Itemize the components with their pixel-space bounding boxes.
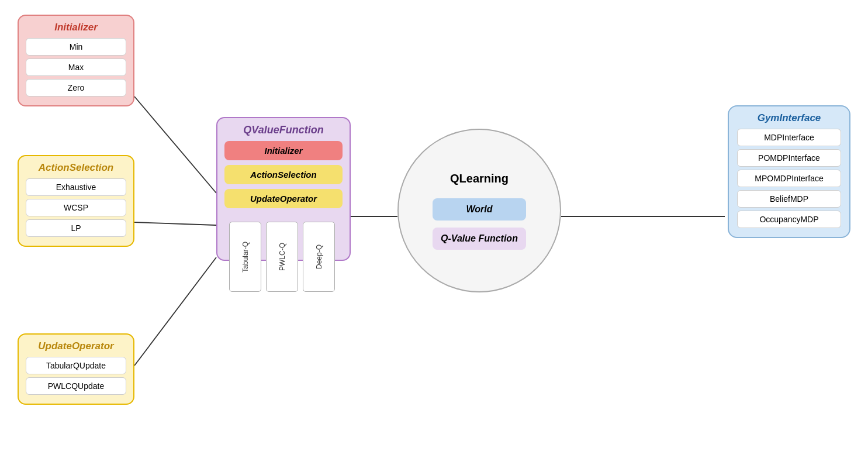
qlearning-title: QLearning [450, 172, 509, 185]
svg-line-0 [134, 97, 216, 193]
svg-line-2 [134, 257, 216, 366]
initializer-item-min: Min [26, 38, 126, 56]
gym-item-belief: BeliefMDP [737, 190, 841, 208]
initializer-item-zero: Zero [26, 79, 126, 97]
action-selection-item-exhaustive: Exhaustive [26, 178, 126, 196]
update-operator-group: UpdateOperator TabularQUpdate PWLCQUpdat… [18, 333, 134, 405]
initializer-group: Initializer Min Max Zero [18, 15, 134, 106]
diagram: Initializer Min Max Zero ActionSelection… [0, 0, 868, 465]
qvalue-implementations: Tabular-Q PWLC-Q Deep-Q [229, 222, 335, 292]
update-operator-item-tabular: TabularQUpdate [26, 357, 126, 374]
action-selection-title: ActionSelection [26, 162, 126, 174]
gym-item-mdp: MDPInterface [737, 129, 841, 146]
qlearning-world: World [433, 198, 526, 221]
gym-item-pomdp: POMDPInterface [737, 149, 841, 167]
impl-pwlc-q: PWLC-Q [266, 222, 298, 292]
qvalue-inner-initializer: Initializer [224, 141, 343, 160]
qvalue-inner-action-selection: ActionSelection [224, 165, 343, 184]
gym-item-mpomdp: MPOMDPInterface [737, 170, 841, 187]
qvalue-function-group: QValueFunction Initializer ActionSelecti… [216, 117, 351, 261]
svg-line-1 [134, 222, 216, 225]
initializer-title: Initializer [26, 22, 126, 33]
gym-interface-title: GymInterface [737, 112, 841, 124]
qvalue-inner-update-operator: UpdateOperator [224, 189, 343, 208]
action-selection-group: ActionSelection Exhaustive WCSP LP [18, 155, 134, 247]
impl-tabular-q: Tabular-Q [229, 222, 261, 292]
impl-deep-q: Deep-Q [303, 222, 335, 292]
action-selection-item-wcsp: WCSP [26, 199, 126, 216]
update-operator-item-pwlc: PWLCQUpdate [26, 377, 126, 395]
initializer-item-max: Max [26, 58, 126, 76]
qlearning-qvalue: Q-Value Function [433, 228, 526, 250]
action-selection-item-lp: LP [26, 219, 126, 237]
qvalue-function-title: QValueFunction [224, 124, 343, 136]
update-operator-title: UpdateOperator [26, 340, 126, 352]
gym-interface-group: GymInterface MDPInterface POMDPInterface… [728, 105, 850, 238]
gym-item-occupancy: OccupancyMDP [737, 211, 841, 228]
qlearning-circle: QLearning World Q-Value Function [397, 129, 561, 292]
